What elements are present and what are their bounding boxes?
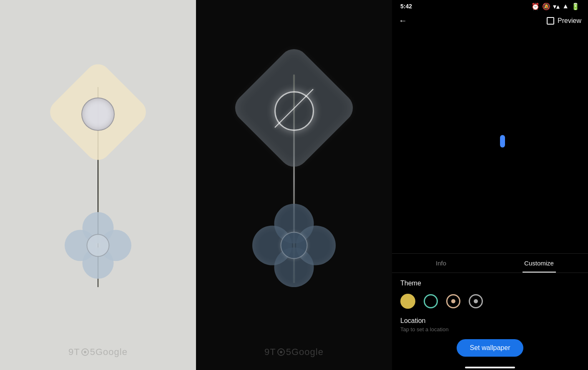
theme-label: Theme: [400, 280, 580, 287]
status-icons: ⏰ 🔕 ▾▴ ▲ 🔋: [531, 2, 580, 10]
loading-indicator: [500, 135, 505, 148]
theme-cream[interactable]: [446, 294, 460, 308]
light-art: [40, 50, 156, 320]
location-label: Location: [400, 317, 580, 325]
status-bar: 5:42 ⏰ 🔕 ▾▴ ▲ 🔋: [392, 0, 588, 12]
watermark-dark: 9T5Google: [264, 347, 324, 358]
preview-button[interactable]: Preview: [547, 17, 581, 25]
theme-teal[interactable]: [424, 294, 438, 308]
tabs-container: Info Customize: [392, 254, 588, 273]
bottom-sheet: Info Customize Theme Location Tap to set…: [392, 253, 588, 370]
phone-ui-panel: 5:42 ⏰ 🔕 ▾▴ ▲ 🔋 ← Preview Info Customize: [392, 0, 588, 370]
flower-shape-light: [65, 212, 131, 279]
dark-wallpaper-panel: 9T5Google: [196, 0, 392, 370]
battery-icon: 🔋: [571, 2, 580, 10]
light-wallpaper-panel: 9T5Google: [0, 0, 196, 370]
back-button[interactable]: ←: [399, 16, 407, 25]
circle-shape-dark: [274, 91, 314, 131]
theme-dark[interactable]: [469, 294, 483, 308]
home-indicator: [465, 367, 515, 368]
location-sublabel[interactable]: Tap to set a location: [400, 326, 580, 332]
flower-center-dark: [281, 232, 308, 259]
watermark-light: 9T5Google: [68, 347, 128, 358]
tab-info[interactable]: Info: [392, 254, 490, 272]
location-section: Location Tap to set a location: [400, 317, 580, 332]
wifi-icon: ▾▴: [553, 2, 560, 10]
customize-content: Theme Location Tap to set a location Set…: [392, 273, 588, 363]
wallpaper-preview-area: [392, 29, 588, 253]
phone-header: ← Preview: [392, 12, 588, 29]
status-time: 5:42: [400, 3, 412, 10]
theme-yellow[interactable]: [400, 294, 415, 309]
preview-checkbox[interactable]: [547, 17, 554, 25]
flower-shape-dark: [252, 204, 336, 287]
theme-options: [400, 294, 580, 309]
preview-label: Preview: [558, 17, 581, 25]
tab-customize[interactable]: Customize: [490, 254, 588, 272]
notifications-muted-icon: 🔕: [542, 2, 550, 10]
dark-art: [236, 50, 352, 320]
flower-center-light: [87, 234, 110, 257]
set-wallpaper-button[interactable]: Set wallpaper: [457, 339, 524, 357]
circle-shape-light: [81, 98, 115, 131]
alarm-icon: ⏰: [531, 2, 540, 10]
signal-icon: ▲: [562, 2, 569, 10]
